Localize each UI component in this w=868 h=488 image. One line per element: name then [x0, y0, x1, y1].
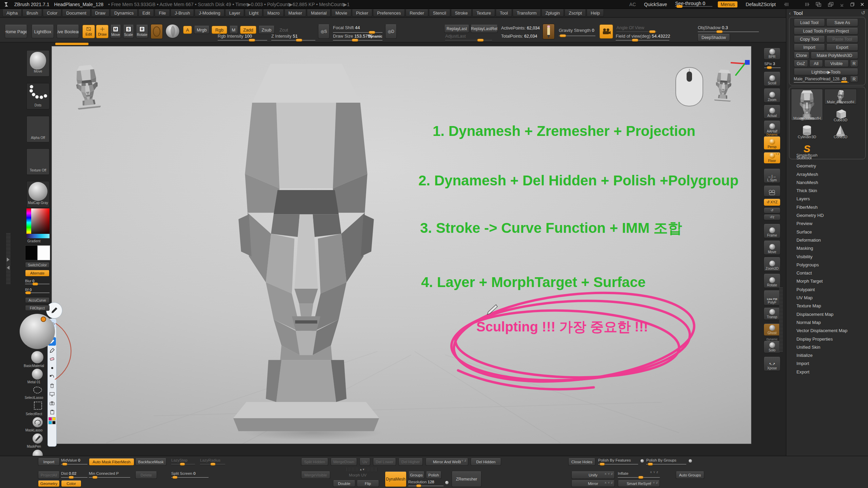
make-polymesh3d-button[interactable]: Make PolyMesh3D [811, 52, 858, 59]
panel-reset-icon[interactable]: ↺ [861, 10, 865, 16]
tool-subpalette-item[interactable]: Normal Map [796, 320, 847, 328]
import-button[interactable]: Import [38, 458, 60, 466]
del-higher-button[interactable]: Del Higher [398, 458, 423, 466]
inflate-slider[interactable]: InflateX Y Z [618, 471, 660, 478]
edit-button[interactable]: Edit [82, 25, 95, 38]
resolution-toggle[interactable] [445, 481, 449, 485]
dist-slider[interactable]: Dist 0.02 [61, 471, 87, 478]
tool-subpalette-item[interactable]: Layers [796, 196, 847, 204]
tool-subpalette-item[interactable]: Contact [796, 270, 847, 279]
mrgb-button[interactable]: Mrgb [194, 26, 210, 34]
auto-groups-button[interactable]: Auto Groups [676, 471, 704, 479]
uv-button[interactable]: Uv [359, 458, 370, 466]
split-hidden-button[interactable]: Split Hidden [301, 458, 328, 466]
gravity-strength-slider[interactable]: Gravity Strength 0 [559, 28, 595, 36]
goz-r-button[interactable]: R [850, 60, 858, 67]
channel-a-button[interactable]: A [183, 26, 192, 34]
polyframe-button[interactable]: Line FillPolyF [764, 290, 781, 305]
spix-slider[interactable]: SPix 3 [764, 61, 781, 68]
replay-last-rel-button[interactable]: ReplayLastRel [471, 25, 498, 33]
aahalf-button[interactable]: AAHalf [764, 121, 781, 134]
dynamic-label[interactable]: Dynamic [368, 35, 382, 38]
tool-subpalette-item[interactable]: Display Properties [796, 337, 847, 345]
live-boolean-button[interactable]: Live Boolean [57, 25, 79, 38]
rotate-xyz-button[interactable]: ↺XYZ [764, 199, 781, 206]
current-material-thumbnail[interactable] [165, 24, 180, 38]
lazyradius-slider[interactable]: LazyRadius [200, 458, 225, 465]
menu-item[interactable]: Color [43, 9, 61, 17]
rotate-button[interactable]: RRotate [136, 25, 148, 38]
tool-subpalette-item[interactable]: UV Map [796, 295, 847, 303]
rgb-button[interactable]: Rgb [212, 26, 227, 34]
menu-item[interactable]: Material [307, 9, 331, 17]
rotate-view-button[interactable]: Rotate [764, 274, 781, 288]
zsub-button[interactable]: Zsub [258, 26, 275, 34]
goz-all-button[interactable]: All [809, 60, 823, 67]
zoom3d-button[interactable]: Zoom3D [764, 257, 781, 271]
alpha-thumbnail[interactable]: Alpha Off [26, 116, 50, 142]
focal-shift-slider[interactable]: Focal Shift 44 [333, 25, 382, 33]
menu-item[interactable]: Picker [352, 9, 372, 17]
stroke-thumbnail[interactable]: Move [26, 50, 50, 77]
active-tool-thumbnail[interactable]: Male_PlanesofH [791, 89, 823, 121]
del-hidden-button[interactable]: Del Hidden [471, 458, 501, 466]
rotate-free-button[interactable]: ↺ [764, 208, 781, 214]
persp-button[interactable]: DynamicPersp [764, 136, 781, 150]
main-color-swatch[interactable] [25, 245, 38, 260]
draw-button[interactable]: Draw [96, 25, 108, 38]
mirror-button[interactable]: X Y ZMirror [571, 480, 615, 487]
tool-subpalette-item[interactable]: Masking [796, 246, 847, 254]
replay-last-button[interactable]: ReplayLast [444, 25, 469, 33]
split-screen-slider[interactable]: Split Screen 0 [171, 471, 209, 478]
gradient-preview[interactable] [26, 234, 50, 238]
midvalue-slider[interactable]: MidValue 0 [61, 458, 87, 465]
tool-subpalette-item[interactable]: Polygroups [796, 262, 847, 270]
mask-lasso-sphere[interactable] [33, 417, 43, 427]
tool-subpalette-item[interactable]: Visibility [796, 254, 847, 262]
double-button[interactable]: Double [333, 480, 355, 487]
menu-item[interactable]: Light [245, 9, 262, 17]
left-collapse-arrow[interactable] [7, 266, 9, 270]
bpr-button[interactable]: BPR [764, 48, 781, 60]
see-through-slider[interactable]: See-through 0 [675, 2, 712, 7]
color-tab-button[interactable]: Color [61, 480, 81, 487]
projectall-button[interactable]: ProjectAll [38, 471, 60, 479]
frame-button[interactable]: Frame [764, 224, 781, 238]
menu-item[interactable]: Transform [513, 9, 541, 17]
menus-button[interactable]: Menus [718, 1, 737, 7]
tool-subpalette-item[interactable]: Unified Skin [796, 345, 847, 353]
left-expand-arrow[interactable] [7, 258, 9, 262]
mergedown-button[interactable]: MergeDown [331, 458, 357, 466]
menu-item[interactable]: Stencil [429, 9, 450, 17]
import-tool-button[interactable]: Import [794, 44, 825, 51]
menu-item[interactable]: File [155, 9, 170, 17]
tool-subpalette-item[interactable]: Preview [796, 221, 847, 229]
close-holes-button[interactable]: Close Holes [568, 458, 595, 466]
del-lower-button[interactable]: Del Lower [373, 458, 396, 466]
menu-item[interactable]: Draw [91, 9, 110, 17]
polish-by-features-slider[interactable]: Polish By Features [598, 458, 638, 465]
tool-subpalette-item[interactable]: Vector Displacement Map [796, 328, 847, 336]
tool-thumb-cone3d[interactable]: Cone3D [824, 123, 857, 139]
camera-lock-button[interactable] [764, 186, 781, 197]
restore-icon[interactable] [850, 2, 854, 7]
smart-resym-button[interactable]: X Y ZSmart ReSym [618, 480, 660, 487]
menu-item[interactable]: Alpha [2, 9, 22, 17]
menu-item[interactable]: Movie [331, 9, 351, 17]
menu-item[interactable]: Help [587, 9, 604, 17]
scale-button[interactable]: SScale [123, 25, 134, 38]
scroll-button[interactable]: Scroll [764, 72, 781, 86]
menu-item[interactable]: Render [406, 9, 428, 17]
current-brush-thumbnail[interactable] [151, 24, 163, 39]
resolution-slider[interactable]: Resolution 128 [408, 479, 443, 486]
tool-subpalette-item[interactable]: Morph Target [796, 279, 847, 287]
camera-view-button[interactable] [599, 24, 613, 39]
m-button[interactable]: M [229, 26, 238, 34]
secondary-color-swatch[interactable] [37, 245, 50, 260]
switchcolor-button[interactable]: SwitchColor [25, 262, 50, 268]
save-as-button[interactable]: Save As [826, 19, 858, 26]
transparency-button[interactable]: Transp [764, 308, 781, 320]
tool-subpalette-item[interactable]: FiberMesh [796, 205, 847, 213]
pencil-brush-thumbnail[interactable] [542, 24, 555, 39]
basic-material-sphere[interactable] [31, 351, 43, 363]
